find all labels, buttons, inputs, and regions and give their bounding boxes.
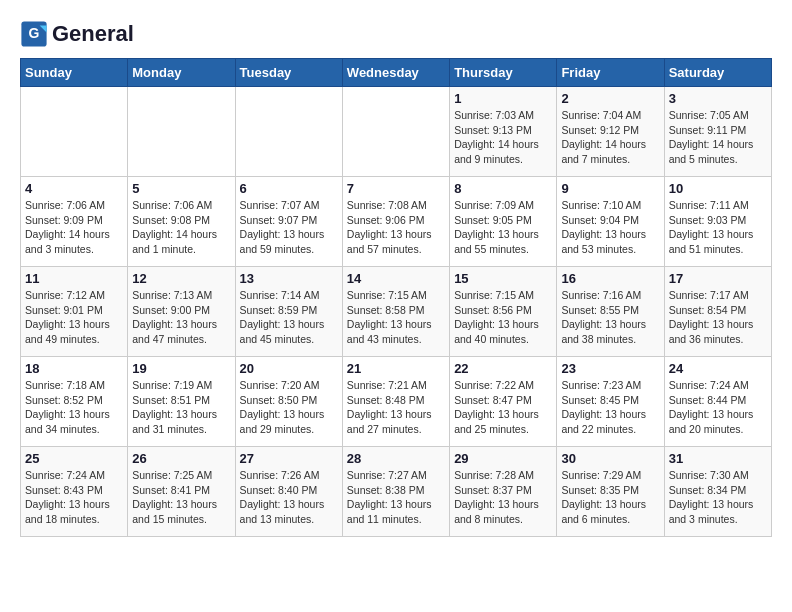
day-number: 12 xyxy=(132,271,230,286)
calendar-cell xyxy=(342,87,449,177)
calendar-cell: 28Sunrise: 7:27 AM Sunset: 8:38 PM Dayli… xyxy=(342,447,449,537)
day-info: Sunrise: 7:04 AM Sunset: 9:12 PM Dayligh… xyxy=(561,108,659,167)
day-info: Sunrise: 7:26 AM Sunset: 8:40 PM Dayligh… xyxy=(240,468,338,527)
day-number: 26 xyxy=(132,451,230,466)
calendar-cell: 18Sunrise: 7:18 AM Sunset: 8:52 PM Dayli… xyxy=(21,357,128,447)
calendar-cell: 15Sunrise: 7:15 AM Sunset: 8:56 PM Dayli… xyxy=(450,267,557,357)
day-info: Sunrise: 7:10 AM Sunset: 9:04 PM Dayligh… xyxy=(561,198,659,257)
day-info: Sunrise: 7:29 AM Sunset: 8:35 PM Dayligh… xyxy=(561,468,659,527)
calendar-week-1: 1Sunrise: 7:03 AM Sunset: 9:13 PM Daylig… xyxy=(21,87,772,177)
calendar-cell: 6Sunrise: 7:07 AM Sunset: 9:07 PM Daylig… xyxy=(235,177,342,267)
day-info: Sunrise: 7:20 AM Sunset: 8:50 PM Dayligh… xyxy=(240,378,338,437)
calendar-week-2: 4Sunrise: 7:06 AM Sunset: 9:09 PM Daylig… xyxy=(21,177,772,267)
calendar-header-saturday: Saturday xyxy=(664,59,771,87)
calendar-cell: 4Sunrise: 7:06 AM Sunset: 9:09 PM Daylig… xyxy=(21,177,128,267)
calendar-cell: 11Sunrise: 7:12 AM Sunset: 9:01 PM Dayli… xyxy=(21,267,128,357)
calendar-header-sunday: Sunday xyxy=(21,59,128,87)
day-info: Sunrise: 7:05 AM Sunset: 9:11 PM Dayligh… xyxy=(669,108,767,167)
day-number: 11 xyxy=(25,271,123,286)
day-number: 27 xyxy=(240,451,338,466)
calendar-cell: 21Sunrise: 7:21 AM Sunset: 8:48 PM Dayli… xyxy=(342,357,449,447)
day-number: 28 xyxy=(347,451,445,466)
day-number: 25 xyxy=(25,451,123,466)
calendar-header-wednesday: Wednesday xyxy=(342,59,449,87)
day-info: Sunrise: 7:21 AM Sunset: 8:48 PM Dayligh… xyxy=(347,378,445,437)
day-number: 13 xyxy=(240,271,338,286)
day-number: 22 xyxy=(454,361,552,376)
calendar-table: SundayMondayTuesdayWednesdayThursdayFrid… xyxy=(20,58,772,537)
day-info: Sunrise: 7:24 AM Sunset: 8:44 PM Dayligh… xyxy=(669,378,767,437)
day-number: 24 xyxy=(669,361,767,376)
day-info: Sunrise: 7:03 AM Sunset: 9:13 PM Dayligh… xyxy=(454,108,552,167)
calendar-header-row: SundayMondayTuesdayWednesdayThursdayFrid… xyxy=(21,59,772,87)
calendar-cell: 9Sunrise: 7:10 AM Sunset: 9:04 PM Daylig… xyxy=(557,177,664,267)
calendar-cell: 2Sunrise: 7:04 AM Sunset: 9:12 PM Daylig… xyxy=(557,87,664,177)
day-number: 18 xyxy=(25,361,123,376)
day-info: Sunrise: 7:15 AM Sunset: 8:58 PM Dayligh… xyxy=(347,288,445,347)
day-number: 17 xyxy=(669,271,767,286)
calendar-header-monday: Monday xyxy=(128,59,235,87)
day-info: Sunrise: 7:25 AM Sunset: 8:41 PM Dayligh… xyxy=(132,468,230,527)
calendar-week-5: 25Sunrise: 7:24 AM Sunset: 8:43 PM Dayli… xyxy=(21,447,772,537)
calendar-cell: 17Sunrise: 7:17 AM Sunset: 8:54 PM Dayli… xyxy=(664,267,771,357)
day-info: Sunrise: 7:09 AM Sunset: 9:05 PM Dayligh… xyxy=(454,198,552,257)
calendar-cell: 23Sunrise: 7:23 AM Sunset: 8:45 PM Dayli… xyxy=(557,357,664,447)
calendar-cell: 13Sunrise: 7:14 AM Sunset: 8:59 PM Dayli… xyxy=(235,267,342,357)
calendar-cell: 24Sunrise: 7:24 AM Sunset: 8:44 PM Dayli… xyxy=(664,357,771,447)
day-info: Sunrise: 7:18 AM Sunset: 8:52 PM Dayligh… xyxy=(25,378,123,437)
day-info: Sunrise: 7:06 AM Sunset: 9:08 PM Dayligh… xyxy=(132,198,230,257)
day-info: Sunrise: 7:24 AM Sunset: 8:43 PM Dayligh… xyxy=(25,468,123,527)
day-number: 15 xyxy=(454,271,552,286)
calendar-cell: 7Sunrise: 7:08 AM Sunset: 9:06 PM Daylig… xyxy=(342,177,449,267)
day-number: 1 xyxy=(454,91,552,106)
day-info: Sunrise: 7:14 AM Sunset: 8:59 PM Dayligh… xyxy=(240,288,338,347)
calendar-cell: 27Sunrise: 7:26 AM Sunset: 8:40 PM Dayli… xyxy=(235,447,342,537)
calendar-cell: 30Sunrise: 7:29 AM Sunset: 8:35 PM Dayli… xyxy=(557,447,664,537)
calendar-cell: 1Sunrise: 7:03 AM Sunset: 9:13 PM Daylig… xyxy=(450,87,557,177)
day-info: Sunrise: 7:06 AM Sunset: 9:09 PM Dayligh… xyxy=(25,198,123,257)
day-number: 9 xyxy=(561,181,659,196)
svg-text:G: G xyxy=(29,25,40,41)
page-header: G General xyxy=(20,20,772,48)
day-number: 6 xyxy=(240,181,338,196)
day-info: Sunrise: 7:13 AM Sunset: 9:00 PM Dayligh… xyxy=(132,288,230,347)
calendar-cell: 16Sunrise: 7:16 AM Sunset: 8:55 PM Dayli… xyxy=(557,267,664,357)
calendar-cell: 3Sunrise: 7:05 AM Sunset: 9:11 PM Daylig… xyxy=(664,87,771,177)
calendar-cell: 22Sunrise: 7:22 AM Sunset: 8:47 PM Dayli… xyxy=(450,357,557,447)
day-number: 21 xyxy=(347,361,445,376)
calendar-week-4: 18Sunrise: 7:18 AM Sunset: 8:52 PM Dayli… xyxy=(21,357,772,447)
calendar-cell: 31Sunrise: 7:30 AM Sunset: 8:34 PM Dayli… xyxy=(664,447,771,537)
day-number: 20 xyxy=(240,361,338,376)
calendar-cell: 25Sunrise: 7:24 AM Sunset: 8:43 PM Dayli… xyxy=(21,447,128,537)
day-info: Sunrise: 7:23 AM Sunset: 8:45 PM Dayligh… xyxy=(561,378,659,437)
day-number: 5 xyxy=(132,181,230,196)
day-number: 7 xyxy=(347,181,445,196)
day-number: 8 xyxy=(454,181,552,196)
calendar-cell: 12Sunrise: 7:13 AM Sunset: 9:00 PM Dayli… xyxy=(128,267,235,357)
calendar-week-3: 11Sunrise: 7:12 AM Sunset: 9:01 PM Dayli… xyxy=(21,267,772,357)
day-number: 31 xyxy=(669,451,767,466)
calendar-cell: 20Sunrise: 7:20 AM Sunset: 8:50 PM Dayli… xyxy=(235,357,342,447)
day-info: Sunrise: 7:17 AM Sunset: 8:54 PM Dayligh… xyxy=(669,288,767,347)
day-info: Sunrise: 7:19 AM Sunset: 8:51 PM Dayligh… xyxy=(132,378,230,437)
day-info: Sunrise: 7:16 AM Sunset: 8:55 PM Dayligh… xyxy=(561,288,659,347)
calendar-cell xyxy=(21,87,128,177)
calendar-header-friday: Friday xyxy=(557,59,664,87)
day-number: 10 xyxy=(669,181,767,196)
day-info: Sunrise: 7:12 AM Sunset: 9:01 PM Dayligh… xyxy=(25,288,123,347)
calendar-cell: 19Sunrise: 7:19 AM Sunset: 8:51 PM Dayli… xyxy=(128,357,235,447)
calendar-cell: 5Sunrise: 7:06 AM Sunset: 9:08 PM Daylig… xyxy=(128,177,235,267)
day-number: 30 xyxy=(561,451,659,466)
day-number: 19 xyxy=(132,361,230,376)
day-info: Sunrise: 7:22 AM Sunset: 8:47 PM Dayligh… xyxy=(454,378,552,437)
calendar-header-thursday: Thursday xyxy=(450,59,557,87)
day-number: 14 xyxy=(347,271,445,286)
day-info: Sunrise: 7:08 AM Sunset: 9:06 PM Dayligh… xyxy=(347,198,445,257)
day-info: Sunrise: 7:28 AM Sunset: 8:37 PM Dayligh… xyxy=(454,468,552,527)
logo: G General xyxy=(20,20,134,48)
day-number: 23 xyxy=(561,361,659,376)
day-info: Sunrise: 7:07 AM Sunset: 9:07 PM Dayligh… xyxy=(240,198,338,257)
calendar-cell xyxy=(235,87,342,177)
logo-text: General xyxy=(52,22,134,46)
calendar-header-tuesday: Tuesday xyxy=(235,59,342,87)
